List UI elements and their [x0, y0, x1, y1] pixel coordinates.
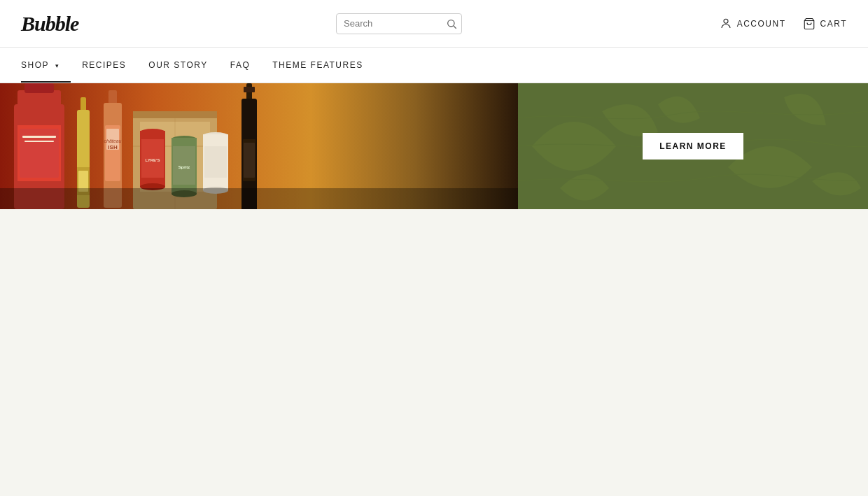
- svg-rect-22: [80, 97, 86, 111]
- svg-rect-20: [22, 136, 56, 138]
- nav-theme-features-label: THEME FEATURES: [272, 60, 363, 70]
- chevron-down-icon: ▾: [55, 62, 60, 69]
- nav-recipes-label: RECIPES: [82, 60, 126, 70]
- svg-rect-50: [204, 146, 227, 178]
- svg-rect-55: [244, 143, 255, 178]
- person-icon: [720, 17, 732, 30]
- svg-text:ISH: ISH: [108, 144, 118, 150]
- main-nav: SHOP ▾ RECIPES OUR STORY FAQ THEME FEATU…: [0, 48, 868, 83]
- hero-cta-section: Learn more: [518, 83, 868, 209]
- nav-item-theme-features[interactable]: THEME FEATURES: [261, 48, 374, 83]
- svg-text:château: château: [104, 139, 122, 143]
- cart-icon: [803, 17, 816, 30]
- site-logo[interactable]: Bubble: [21, 12, 78, 36]
- nav-our-story-label: OUR STORY: [148, 60, 207, 70]
- svg-text:Spritz: Spritz: [178, 165, 190, 169]
- search-bar[interactable]: [336, 13, 462, 34]
- nav-item-shop[interactable]: SHOP ▾: [21, 48, 71, 83]
- svg-rect-21: [24, 141, 54, 142]
- nav-item-recipes[interactable]: RECIPES: [71, 48, 137, 83]
- svg-line-1: [454, 26, 456, 29]
- nav-item-faq[interactable]: FAQ: [219, 48, 262, 83]
- search-icon: [446, 18, 457, 29]
- nav-item-our-story[interactable]: OUR STORY: [137, 48, 218, 83]
- hero-image: château ISH LYRE'S: [0, 83, 518, 209]
- account-label: ACCOUNT: [737, 19, 786, 29]
- svg-point-2: [724, 19, 728, 23]
- svg-rect-52: [244, 87, 255, 92]
- hero-bottles-svg: château ISH LYRE'S: [0, 83, 518, 209]
- svg-rect-18: [24, 83, 54, 93]
- account-button[interactable]: ACCOUNT: [720, 17, 786, 30]
- hero-section: château ISH LYRE'S: [0, 83, 868, 209]
- svg-text:LYRE'S: LYRE'S: [146, 158, 160, 162]
- header-actions: ACCOUNT CART: [720, 17, 847, 30]
- header: Bubble ACCOUNT CART: [0, 0, 868, 48]
- cart-label: CART: [820, 19, 847, 29]
- search-input[interactable]: [344, 18, 442, 29]
- nav-shop-label: SHOP: [21, 60, 49, 70]
- cart-button[interactable]: CART: [803, 17, 847, 30]
- learn-more-button[interactable]: Learn more: [643, 133, 743, 160]
- svg-rect-56: [0, 188, 518, 209]
- nav-faq-label: FAQ: [230, 60, 251, 70]
- svg-point-0: [448, 20, 454, 26]
- svg-rect-26: [108, 90, 117, 104]
